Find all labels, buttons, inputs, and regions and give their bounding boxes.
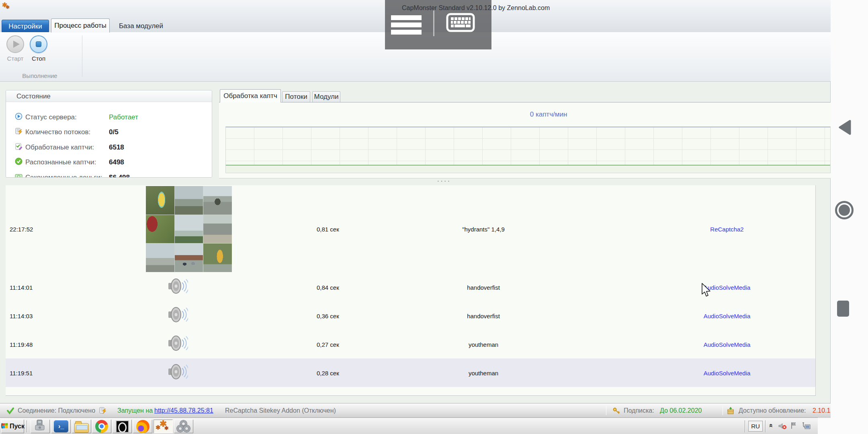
service-link[interactable]: ReCaptcha2 [566, 226, 868, 233]
chrome-icon [95, 420, 108, 433]
subscription-value: До 06.02.2020 [660, 407, 702, 414]
chart-line [226, 165, 830, 166]
taskbar-console-button[interactable] [113, 420, 132, 433]
status-bar: Соединение: Подключено Запущен на http:/… [0, 403, 831, 418]
captcha-image-grid[interactable] [146, 186, 232, 272]
recognized-value: 6498 [109, 158, 124, 166]
tab-modules[interactable]: База модулей [113, 20, 169, 32]
processed-icon [15, 143, 23, 152]
speaker-icon[interactable] [168, 335, 188, 354]
captcha-tile [175, 186, 203, 215]
service-link[interactable]: AudioSolveMedia [566, 369, 868, 376]
table-row[interactable]: 11:19:51 0,28 сек youtheman AudioSolveMe… [6, 358, 815, 387]
start-menu-button[interactable]: Пуск [1, 420, 24, 433]
capmonster-window: ✱ ✱ CapMonster Standard v2.10.12.0 by Ze… [0, 0, 831, 418]
stop-button-label: Стоп [27, 55, 51, 62]
table-row[interactable]: 22:17:52 0,81 сек "hydrants" 1,4,9 ReCap… [6, 185, 815, 273]
overlay-divider [433, 10, 434, 36]
taskbar-zennolab-button[interactable] [174, 420, 193, 433]
captcha-tile [203, 215, 232, 244]
processed-value: 6518 [109, 143, 124, 151]
nav-record-icon[interactable] [835, 201, 854, 219]
chevron-up-icon[interactable]: « [767, 424, 775, 427]
speaker-icon[interactable] [168, 278, 188, 297]
table-row[interactable]: 11:19:48 0,27 сек youtheman AudioSolveMe… [6, 330, 815, 358]
taskbar-chrome-button[interactable] [92, 420, 111, 433]
menu-icon[interactable] [391, 15, 422, 37]
service-link[interactable]: AudioSolveMedia [566, 341, 868, 348]
threads-icon [15, 127, 23, 137]
captcha-tile [146, 215, 174, 244]
panel-splitter[interactable]: ···· [0, 178, 831, 185]
captcha-log-table: 22:17:52 0,81 сек "hydrants" 1,4,9 ReCap… [6, 185, 816, 396]
mouse-cursor-icon [701, 283, 711, 300]
captcha-rate-label: 0 каптч/мин [504, 111, 593, 119]
update-version[interactable]: 2.10.1 [813, 407, 830, 414]
flag-icon[interactable] [790, 422, 797, 431]
statusbar-divider [606, 406, 606, 415]
captcha-tile [175, 244, 203, 272]
subscription-key-icon [612, 407, 620, 416]
running-on-label: Запущен на [117, 407, 153, 414]
tab-modules-chart[interactable]: Модули [312, 91, 340, 102]
status-panel-title: Состояние [6, 90, 212, 102]
taskbar-capmonster-button[interactable]: ✱ ✱ ✱ [154, 420, 173, 433]
money-value: $6,498 [109, 174, 130, 178]
taskbar: Пуск ›_ ✱ ✱ ✱ RU « [0, 418, 818, 434]
connection-ok-icon [6, 407, 14, 416]
firefox-icon [136, 420, 149, 433]
taskbar-firefox-button[interactable] [133, 420, 152, 433]
server-play-icon [15, 113, 23, 122]
status-row-threads: Количество потоков: 0/5 [6, 127, 212, 137]
throughput-chart [225, 127, 831, 173]
taskbar-powershell-button[interactable]: ›_ [51, 420, 71, 433]
connection-status: Соединение: Подключено [18, 407, 95, 414]
status-row-server: Статус сервера: Работает [6, 113, 212, 122]
status-row-processed: Обработаные каптчи: 6518 [6, 143, 212, 152]
start-button[interactable]: Старт [3, 35, 27, 62]
powershell-icon: ›_ [54, 420, 68, 432]
muted-speaker-icon[interactable] [778, 422, 787, 432]
status-row-money: Сэкономленные деньги: $6,498 [6, 173, 212, 178]
server-status-value: Работает [109, 113, 138, 121]
nav-square-icon[interactable] [837, 301, 849, 317]
speaker-icon[interactable] [168, 306, 188, 326]
speaker-icon[interactable] [168, 363, 188, 383]
tab-settings[interactable]: Настройки [2, 20, 49, 32]
language-indicator[interactable]: RU [748, 421, 763, 432]
window-title: CapMonster Standard v2.10.12.0 by ZennoL… [402, 4, 550, 12]
ribbon-group-label: Выполнение [4, 72, 76, 79]
tab-process[interactable]: Процесс работы [51, 18, 110, 33]
taskbar-explorer-button[interactable] [72, 420, 91, 433]
table-row[interactable]: 11:14:01 0,84 сек handoverfist AudioSolv… [6, 273, 815, 301]
service-link[interactable]: AudioSolveMedia [566, 284, 868, 291]
tab-captcha-processing[interactable]: Обработка каптч [220, 89, 281, 102]
update-label: Доступно обновление: [739, 407, 806, 414]
status-panel: Состояние Статус сервера: Работает Колич… [6, 90, 212, 178]
stop-button[interactable]: Стоп [27, 35, 51, 62]
tab-threads[interactable]: Потоки [282, 91, 310, 102]
start-button-label: Пуск [10, 423, 25, 430]
server-url-link[interactable]: http://45.88.78.25:81 [154, 407, 213, 414]
captcha-tile [203, 186, 232, 215]
service-link[interactable]: AudioSolveMedia [566, 312, 868, 319]
addon-status: ReCaptcha Sitekey Addon (Отключен) [225, 407, 336, 414]
taskbar-divider [745, 420, 745, 432]
server-running-icon [99, 407, 106, 416]
chart-area-fill [226, 166, 830, 173]
keyboard-icon[interactable] [446, 13, 475, 34]
captcha-tile [175, 215, 203, 244]
zennolab-rings-icon [176, 420, 191, 433]
captcha-tile [203, 244, 232, 272]
taskbar-system-tools-button[interactable] [31, 420, 50, 433]
play-icon [6, 35, 24, 53]
terminal-o-icon [116, 420, 129, 433]
windows-flag-icon [1, 422, 8, 431]
table-row[interactable]: 11:14:03 0,36 сек handoverfist AudioSolv… [6, 301, 815, 330]
network-icon[interactable] [801, 422, 811, 432]
folder-icon [74, 423, 89, 433]
subscription-label: Подписка: [624, 407, 654, 414]
nav-back-icon[interactable] [837, 119, 852, 137]
capmonster-logo-icon: ✱ ✱ [2, 2, 12, 12]
statusbar-divider [723, 406, 723, 415]
